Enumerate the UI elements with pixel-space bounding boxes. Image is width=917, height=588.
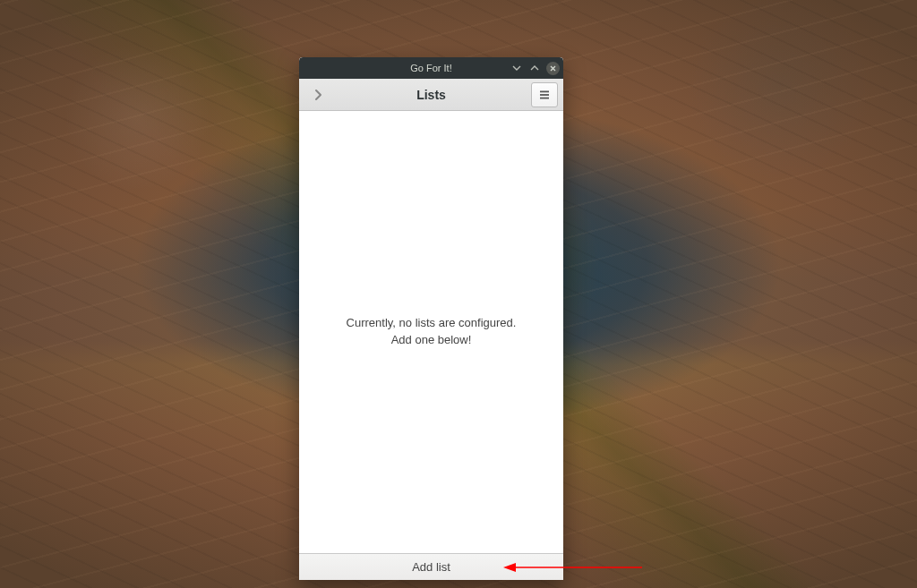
svg-rect-0 xyxy=(540,90,549,92)
app-window: Go For It! Lists Cu xyxy=(299,57,563,580)
header-bar: Lists xyxy=(299,79,563,111)
svg-rect-1 xyxy=(540,94,549,96)
main-content-area: Currently, no lists are configured. Add … xyxy=(299,111,563,553)
empty-state-line1: Currently, no lists are configured. xyxy=(347,316,517,329)
menu-button[interactable] xyxy=(531,82,558,107)
chevron-right-icon xyxy=(312,89,324,101)
add-list-button[interactable]: Add list xyxy=(299,553,563,580)
window-close-button[interactable] xyxy=(546,62,560,75)
window-maximize-button[interactable] xyxy=(528,62,541,74)
window-title-text: Go For It! xyxy=(410,63,451,73)
back-button[interactable] xyxy=(304,82,331,107)
window-minimize-button[interactable] xyxy=(510,62,523,74)
hamburger-icon xyxy=(538,89,551,101)
window-titlebar[interactable]: Go For It! xyxy=(299,57,563,79)
header-title: Lists xyxy=(299,88,563,102)
add-list-label: Add list xyxy=(412,560,450,574)
empty-state-line2: Add one below! xyxy=(391,333,472,346)
empty-state-message: Currently, no lists are configured. Add … xyxy=(299,315,563,349)
window-controls xyxy=(510,57,560,79)
svg-rect-2 xyxy=(540,97,549,98)
